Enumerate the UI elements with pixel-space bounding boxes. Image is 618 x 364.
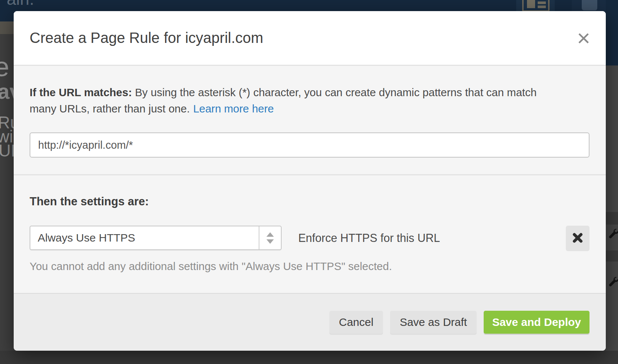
- setting-select-value: Always Use HTTPS: [30, 226, 259, 249]
- modal-body: If the URL matches: By using the asteris…: [14, 66, 606, 293]
- url-match-line1: If the URL matches: By using the asteris…: [30, 86, 537, 98]
- url-match-line2: many URLs, rather than just one.Learn mo…: [30, 101, 590, 117]
- wrench-icon: [608, 276, 618, 287]
- save-and-deploy-button[interactable]: Save and Deploy: [484, 311, 590, 334]
- background-right-navy: [606, 21, 618, 65]
- setting-description: Enforce HTTPS for this URL: [298, 232, 440, 245]
- url-match-label: If the URL matches:: [30, 86, 132, 98]
- url-match-description-text2: many URLs, rather than just one.: [30, 102, 190, 115]
- cross-icon: [572, 232, 584, 244]
- setting-row: Always Use HTTPS Enforce HTTPS for this …: [30, 226, 590, 250]
- close-icon[interactable]: ×: [572, 25, 595, 51]
- remove-setting-button[interactable]: [566, 226, 590, 250]
- setting-select[interactable]: Always Use HTTPS: [30, 226, 282, 250]
- modal-title: Create a Page Rule for icyapril.com: [30, 30, 263, 46]
- background-row-divider: [606, 212, 618, 225]
- chevron-up-icon: [266, 232, 274, 237]
- url-pattern-input[interactable]: [30, 132, 590, 158]
- chevron-down-icon: [266, 239, 274, 244]
- create-page-rule-modal: Create a Page Rule for icyapril.com × If…: [14, 11, 606, 351]
- settings-heading: Then the settings are:: [30, 195, 590, 208]
- background-left-band: [0, 21, 14, 34]
- page-rules-layout-icon: [522, 0, 550, 12]
- screen: ain. e nav Ru will UR Create a Page Rule…: [0, 0, 618, 364]
- modal-header: Create a Page Rule for icyapril.com ×: [14, 11, 606, 65]
- url-match-description: If the URL matches: By using the asteris…: [30, 84, 590, 117]
- settings-section: Then the settings are: Always Use HTTPS …: [14, 175, 606, 273]
- background-row-divider: [606, 250, 618, 262]
- wrench-icon: [608, 228, 618, 239]
- save-as-draft-button[interactable]: Save as Draft: [390, 311, 477, 334]
- learn-more-link[interactable]: Learn more here: [193, 102, 274, 115]
- background-domain-heading-fragment: ain.: [7, 0, 34, 9]
- background-text-fragment: e: [0, 51, 9, 82]
- cancel-button[interactable]: Cancel: [329, 311, 383, 334]
- modal-footer: Cancel Save as Draft Save and Deploy: [14, 293, 606, 351]
- url-match-description-text: By using the asterisk (*) character, you…: [132, 86, 537, 98]
- select-stepper-icon[interactable]: [259, 226, 281, 249]
- background-right-strip: [606, 21, 618, 364]
- setting-helper-text: You cannot add any additional settings w…: [30, 260, 590, 273]
- topbar-partial-icon: [582, 0, 597, 10]
- background-bottom-strip: [0, 351, 618, 364]
- url-match-section: If the URL matches: By using the asteris…: [14, 66, 606, 158]
